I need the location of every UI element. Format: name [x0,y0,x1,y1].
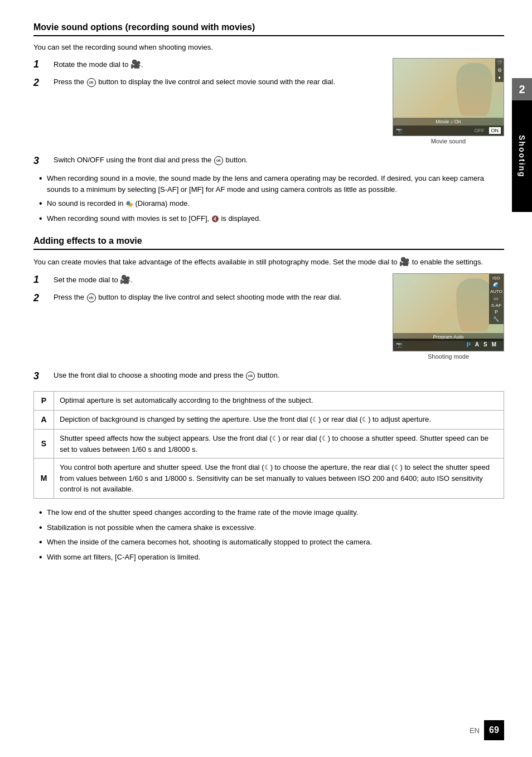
step2-num: 2 [33,76,49,89]
s2-bullet-dot-4: • [39,552,47,563]
shooting-icon-1: ISO [490,276,502,281]
movie-sound-onoff: 📷 OFF ON [393,126,504,136]
bullet-3: • When recording sound with movies is se… [39,213,504,225]
section2-title: Adding effects to a movie [33,236,504,250]
s2-bullet-text-2: Stabilization is not possible when the c… [47,522,256,533]
section1-steps-with-image: 🎬 ⚙ ♦ Movie ♪ On 📷 OFF ON Movie sound [33,58,504,150]
shooting-icon-5: S-AF [490,303,502,308]
s2-step3-row: 3 Use the front dial to choose a shootin… [33,370,504,383]
camera-icon-bar: 🎬 ⚙ ♦ [495,59,504,82]
step3-content: Switch ON/OFF using the front dial and p… [54,155,504,166]
s2-step1-num: 1 [33,273,49,286]
movie-sound-label: Movie ♪ On [393,118,504,126]
shooting-mode-image-area: ISO 🌊 AUTO ▭ S-AF P 🔧 Program Auto 📷 P A [393,273,504,360]
ok-icon-1: ok [87,78,96,87]
s2-bullet-4: • With some art filters, [C-AF] operatio… [39,552,504,563]
ok-icon-3: ok [87,293,96,302]
pasm-a: A [475,341,479,348]
s2-bullet-text-4: With some art filters, [C-AF] operation … [47,552,200,563]
step3-num: 3 [33,155,49,167]
table-row-s: S Shutter speed affects how the subject … [34,430,504,459]
page-container: 2 Shooting Movie sound options (recordin… [0,0,532,757]
s2-step2-content: Press the ok button to display the live … [54,292,381,303]
step1-num: 1 [33,58,49,71]
on-off-controls: OFF ON [472,127,501,134]
cam-icon-3: ♦ [496,75,502,81]
s2-step3-num: 3 [33,370,49,383]
shooting-icon-7: 🔧 [490,316,502,322]
s2-bullet-dot-2: • [39,522,47,534]
s2-step2-row: 2 Press the ok button to display the liv… [33,292,381,305]
section2-intro: You can create movies that take advantag… [33,257,504,267]
pasm-p: P [466,341,470,348]
page-footer: EN 69 [470,720,504,740]
chapter-label: Shooting [512,100,532,212]
shooting-icon-bar: ISO 🌊 AUTO ▭ S-AF P 🔧 [489,274,504,324]
s2-step3-content: Use the front dial to choose a shooting … [54,370,504,381]
chapter-number: 2 [512,78,532,100]
mode-a-letter: A [34,411,54,430]
step2-content: Press the ok button to display the live … [54,76,381,88]
movie-sound-image-area: 🎬 ⚙ ♦ Movie ♪ On 📷 OFF ON Movie sound [393,58,504,144]
table-row-m: M You control both aperture and shutter … [34,459,504,499]
on-label: ON [489,127,501,134]
s2-bullet-1: • The low end of the shutter speed chang… [39,507,504,519]
table-row-a: A Depiction of background is changed by … [34,411,504,430]
footer-page-number: 69 [484,720,504,740]
s2-bullet-2: • Stabilization is not possible when the… [39,522,504,534]
mode-p-desc: Optimal aperture is set automatically ac… [54,392,504,411]
pasm-camera-icon: 📷 [396,342,402,348]
mode-a-desc: Depiction of background is changed by se… [54,411,504,430]
bullet-2: • No sound is recorded in 🎭 (Diorama) mo… [39,198,504,210]
section2-steps-with-image: ISO 🌊 AUTO ▭ S-AF P 🔧 Program Auto 📷 P A [33,273,504,365]
off-label: OFF [472,127,487,134]
pasm-m: M [492,341,496,348]
shooting-icon-3: AUTO [490,289,502,295]
section1-intro: You can set the recording sound when sho… [33,43,504,51]
shooting-icon-4: ▭ [490,296,502,302]
section2-bullets: • The low end of the shutter speed chang… [39,507,504,563]
section1-bullets: • When recording sound in a movie, the s… [39,173,504,225]
bullet-dot-2: • [39,198,47,210]
s2-bullet-dot-3: • [39,537,47,548]
step3-row: 3 Switch ON/OFF using the front dial and… [33,155,504,167]
shooting-mode-screenshot: ISO 🌊 AUTO ▭ S-AF P 🔧 Program Auto 📷 P A [393,273,504,351]
mode-p-letter: P [34,392,54,411]
step2-row: 2 Press the ok button to display the liv… [33,76,381,89]
ok-icon-2: ok [214,156,223,165]
s2-bullet-dot-1: • [39,507,47,519]
camera-bar-icon: 📷 [396,128,402,133]
s2-step1-content: Set the mode dial to 🎥. [54,273,381,286]
bullet-text-2: No sound is recorded in 🎭 (Diorama) mode… [47,198,190,209]
bullet-dot-3: • [39,213,47,225]
mode-s-desc: Shutter speed affects how the subject ap… [54,430,504,459]
bullet-1: • When recording sound in a movie, the s… [39,173,504,195]
shooting-icon-2: 🌊 [490,282,502,288]
footer-lang: EN [470,726,480,735]
s2-step1-row: 1 Set the mode dial to 🎥. [33,273,381,286]
movie-sound-caption: Movie sound [393,138,504,144]
pasm-letters: P A S M [462,340,501,349]
cam-icon-2: ⚙ [496,67,502,74]
mode-m-letter: M [34,459,54,499]
ok-icon-4: ok [246,372,255,380]
shooting-mode-caption: Shooting mode [393,353,504,360]
step1-content: Rotate the mode dial to 🎥. [54,58,381,71]
pasm-s: S [483,341,487,348]
s2-bullet-text-1: The low end of the shutter speed changes… [47,507,358,518]
movie-sound-screenshot: 🎬 ⚙ ♦ Movie ♪ On 📷 OFF ON [393,58,504,136]
cam-icon-1: 🎬 [496,60,502,66]
step1-row: 1 Rotate the mode dial to 🎥. [33,58,381,71]
s2-bullet-3: • When the inside of the camera becomes … [39,537,504,548]
shooting-mode-table: P Optimal aperture is set automatically … [33,391,504,499]
pasm-bar: 📷 P A S M [393,339,504,351]
bullet-text-1: When recording sound in a movie, the sou… [47,173,504,195]
s2-bullet-text-3: When the inside of the camera becomes ho… [47,537,372,548]
mode-s-letter: S [34,430,54,459]
section-adding-effects: Adding effects to a movie You can create… [33,236,504,563]
mode-m-desc: You control both aperture and shutter sp… [54,459,504,499]
section-movie-sound: Movie sound options (recording sound wit… [33,22,504,225]
bullet-text-3: When recording sound with movies is set … [47,213,261,224]
shooting-icon-6: P [490,309,502,315]
table-row-p: P Optimal aperture is set automatically … [34,392,504,411]
